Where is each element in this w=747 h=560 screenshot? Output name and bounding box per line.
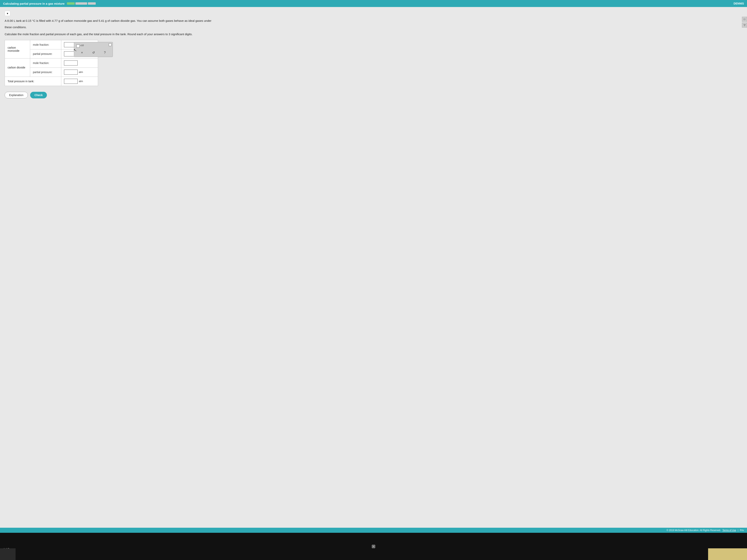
progress-filled: [67, 2, 75, 5]
field-label-co-pressure: partial pressure:: [30, 49, 61, 58]
input-co2-mole-fraction[interactable]: [64, 60, 78, 65]
popup-undo-button[interactable]: ↺: [92, 51, 95, 54]
progress-empty-1: [76, 2, 87, 5]
right-edge-panel: □ ▽: [742, 17, 747, 28]
taskbar-dark-block: [0, 548, 16, 560]
page-title: Calculating partial pressure in a gas mi…: [3, 2, 65, 5]
problem-text-line1: A 8.00 L tank at 0.15 °C is filled with …: [5, 19, 742, 23]
footer-terms-link[interactable]: Terms of Use: [722, 529, 736, 532]
field-label-co2-pressure: partial pressure:: [30, 68, 61, 77]
field-label-co-mole: mole fraction:: [30, 40, 61, 49]
popup-top: x10: [76, 45, 110, 48]
field-label-co2-mole: mole fraction:: [30, 58, 61, 68]
input-cell-co2-mole: [61, 58, 98, 68]
total-pressure-label: Total pressure in tank:: [5, 77, 61, 86]
footer-copyright: © 2019 McGraw-Hill Education. All Rights…: [667, 529, 721, 532]
check-button[interactable]: Check: [30, 92, 47, 98]
gas-label-co2: carbon dioxide: [5, 58, 30, 77]
input-cell-total-pressure: atm: [61, 77, 98, 86]
input-co2-partial-pressure[interactable]: [64, 70, 78, 75]
popup-checkbox[interactable]: [76, 45, 80, 48]
unit-co2-pressure: atm: [79, 71, 83, 74]
main-content: ▾ A 8.00 L tank at 0.15 °C is filled wit…: [0, 7, 747, 528]
popup-close-button[interactable]: ×: [81, 51, 83, 54]
popup-input-wrapper: x10: [76, 45, 84, 48]
table-row-total: Total pressure in tank: atm: [5, 77, 98, 86]
progress-bar: [67, 2, 96, 5]
unit-total-pressure: atm: [79, 80, 83, 83]
input-cell-co2-pressure: atm: [61, 68, 98, 77]
problem-text-line2: these conditions.: [5, 25, 742, 30]
top-bar-left: Calculating partial pressure in a gas mi…: [3, 2, 96, 5]
footer-bar: © 2019 McGraw-Hill Education. All Rights…: [0, 528, 747, 533]
footer-separator: |: [738, 529, 738, 532]
popup-resize-handle[interactable]: [109, 43, 111, 46]
windows-start-button[interactable]: ⊞: [371, 544, 376, 549]
gas-label-co: carbon monoxide: [5, 40, 30, 58]
taskbar: VO ⊞: [0, 533, 747, 560]
instruction-text: Calculate the mole fraction and partial …: [5, 32, 742, 36]
chevron-button[interactable]: ▾: [5, 11, 10, 16]
top-bar: Calculating partial pressure in a gas mi…: [0, 0, 747, 7]
popup-help-button[interactable]: ?: [104, 51, 106, 54]
table-row: carbon dioxide mole fraction:: [5, 58, 98, 68]
right-edge-btn-top[interactable]: □: [742, 17, 747, 22]
bottom-buttons: Explanation Check: [5, 92, 742, 98]
right-edge-btn-bottom[interactable]: ▽: [742, 23, 747, 28]
input-total-pressure[interactable]: [64, 79, 78, 84]
popup-actions: × ↺ ?: [76, 50, 110, 54]
explanation-button[interactable]: Explanation: [5, 92, 28, 98]
progress-empty-2: [88, 2, 96, 5]
popup-superscript: x10: [80, 44, 84, 47]
user-name: DENNIS: [733, 2, 744, 5]
chevron-down-icon: ▾: [7, 12, 8, 15]
taskbar-yellow-block: [708, 548, 747, 560]
footer-privacy: Priv: [740, 529, 744, 532]
scientific-notation-popup: x10 × ↺ ?: [74, 42, 113, 57]
